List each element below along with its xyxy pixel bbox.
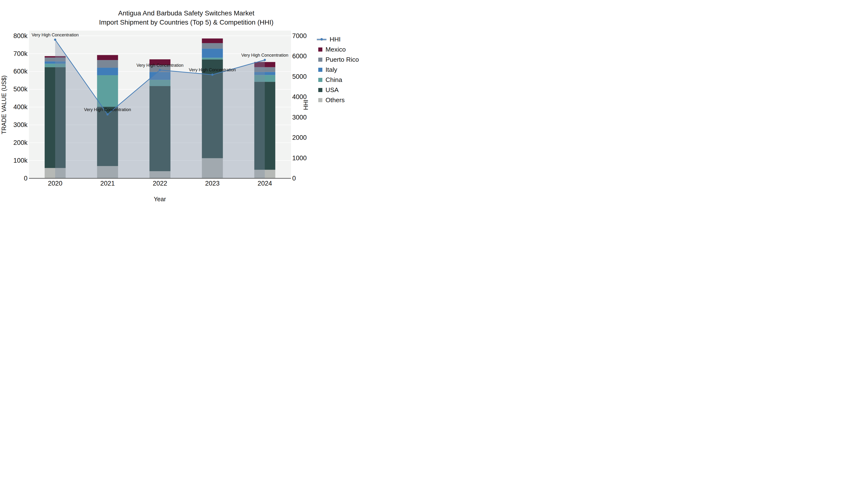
- y-left-tick-label: 400k: [0, 103, 28, 111]
- legend-label: USA: [326, 86, 339, 94]
- bar-segment-italy-2023[interactable]: [202, 49, 223, 58]
- bar-segment-china-2021[interactable]: [97, 75, 118, 107]
- bar-segment-puerto-rico-2023[interactable]: [202, 43, 223, 49]
- y-left-tick-label: 600k: [0, 67, 28, 75]
- chart-canvas: [0, 0, 373, 209]
- legend-item-usa[interactable]: USA: [318, 85, 359, 95]
- figure: Antigua And Barbuda Safety Switches Mark…: [0, 0, 373, 209]
- legend-item-puerto-rico[interactable]: Puerto Rico: [318, 55, 359, 65]
- y-left-tick-label: 700k: [0, 50, 28, 58]
- legend-label: Mexico: [326, 46, 346, 53]
- hhi-line-sample-icon: [317, 37, 327, 41]
- hhi-marker-2023[interactable]: [211, 73, 213, 76]
- legend-label: Puerto Rico: [326, 56, 359, 63]
- chart-title-line-2: Import Shipment by Countries (Top 5) & C…: [0, 18, 373, 27]
- legend-label: HHI: [330, 36, 341, 43]
- annotation-2022: Very High Concentration: [136, 63, 184, 68]
- legend: HHIMexicoPuerto RicoItalyChinaUSAOthers: [318, 34, 359, 105]
- hhi-marker-2020[interactable]: [54, 38, 56, 41]
- x-tick-label: 2022: [153, 180, 167, 187]
- y-left-tick-label: 500k: [0, 85, 28, 93]
- y-right-tick-label: 3000: [292, 113, 307, 121]
- hhi-marker-2021[interactable]: [106, 113, 108, 116]
- legend-item-others[interactable]: Others: [318, 95, 359, 105]
- legend-item-mexico[interactable]: Mexico: [318, 44, 359, 55]
- y-right-tick-label: 4000: [292, 93, 307, 101]
- legend-swatch-usa: [318, 88, 322, 92]
- y-right-tick-label: 7000: [292, 32, 307, 40]
- legend-item-hhi[interactable]: HHI: [318, 34, 359, 44]
- y-left-tick-label: 0: [0, 174, 28, 182]
- legend-swatch-others: [318, 98, 322, 102]
- y-right-tick-label: 2000: [292, 134, 307, 141]
- legend-item-china[interactable]: China: [318, 75, 359, 85]
- legend-swatch-italy: [318, 68, 322, 72]
- x-tick-label: 2021: [100, 180, 115, 187]
- bar-segment-mexico-2023[interactable]: [202, 38, 223, 43]
- legend-label: China: [326, 76, 342, 84]
- y-left-tick-label: 300k: [0, 121, 28, 129]
- y-left-tick-label: 100k: [0, 157, 28, 164]
- y-right-tick-label: 1000: [292, 154, 307, 162]
- legend-item-italy[interactable]: Italy: [318, 65, 359, 75]
- legend-label: Others: [326, 96, 345, 104]
- x-tick-label: 2023: [205, 180, 220, 187]
- x-tick-label: 2020: [48, 180, 62, 187]
- annotation-2020: Very High Concentration: [32, 33, 79, 38]
- chart-title-line-1: Antigua And Barbuda Safety Switches Mark…: [0, 9, 373, 18]
- y-right-tick-label: 0: [292, 174, 296, 182]
- annotation-2021: Very High Concentration: [84, 107, 131, 112]
- y-right-tick-label: 5000: [292, 73, 307, 80]
- bar-segment-italy-2021[interactable]: [97, 68, 118, 75]
- x-tick-label: 2024: [257, 180, 272, 187]
- annotation-2024: Very High Concentration: [241, 53, 288, 58]
- hhi-marker-2022[interactable]: [159, 69, 161, 71]
- legend-swatch-mexico: [318, 47, 322, 52]
- annotation-2023: Very High Concentration: [189, 67, 236, 72]
- bar-segment-puerto-rico-2021[interactable]: [97, 60, 118, 68]
- legend-swatch-puerto-rico: [318, 58, 322, 62]
- y-left-tick-label: 200k: [0, 139, 28, 147]
- y-left-tick-label: 800k: [0, 32, 28, 40]
- x-axis-title: Year: [154, 195, 166, 203]
- bar-segment-mexico-2021[interactable]: [97, 55, 118, 60]
- y-right-tick-label: 6000: [292, 52, 307, 60]
- hhi-marker-2024[interactable]: [264, 59, 266, 61]
- legend-swatch-china: [318, 78, 322, 82]
- legend-label: Italy: [326, 66, 337, 73]
- bar-segment-china-2023[interactable]: [202, 58, 223, 60]
